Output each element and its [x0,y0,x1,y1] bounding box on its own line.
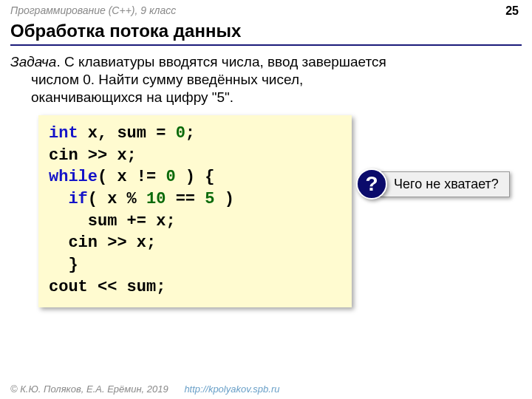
code-l4-five: 5 [205,190,214,208]
code-l1-kw: int [49,124,78,143]
code-l3-kw: while [49,168,98,186]
code-l6: cin >> x; [49,233,156,252]
task-line3: оканчивающихся на цифру "5". [10,89,522,106]
page-number: 25 [505,4,519,18]
question-mark-icon: ? [356,168,387,200]
code-l4-ten: 10 [146,190,166,208]
code-l4-kw: if [68,190,87,208]
code-l4-close: ) [214,190,233,208]
code-l5: sum += x; [49,212,176,231]
code-l1-rest: x, sum = [78,124,176,143]
code-l2: cin >> x; [49,146,137,165]
footer: © К.Ю. Поляков, Е.А. Ерёмин, 2019 http:/… [10,383,279,395]
code-l3-open: ( x != [98,168,166,186]
code-l7: } [49,256,78,274]
callout-text: Чего не хватает? [380,171,510,197]
code-l4-open: ( x % [88,190,146,208]
footer-url: http://kpolyakov.spb.ru [184,383,279,395]
task-label: Задача [10,54,56,69]
code-l1-semi: ; [185,124,195,143]
code-l3-zero: 0 [166,168,175,186]
slide-title: Обработка потока данных [10,21,522,41]
course-header: Программирование (C++), 9 класс [10,4,176,16]
code-l1-zero: 0 [176,124,185,143]
title-bar: Обработка потока данных [10,21,522,46]
code-l8: cout << sum; [49,278,166,296]
code-l4-indent [49,190,68,208]
callout: ? Чего не хватает? [356,168,510,200]
task-line1: . С клавиатуры вводятся числа, ввод заве… [56,54,386,69]
footer-copyright: © К.Ю. Поляков, Е.А. Ерёмин, 2019 [10,383,168,395]
code-l3-close: ) { [176,168,215,186]
task-text: Задача. С клавиатуры вводятся числа, вво… [10,53,522,106]
code-block: int x, sum = 0; cin >> x; while( x != 0 … [38,115,352,307]
task-line2: числом 0. Найти сумму введённых чисел, [10,71,522,89]
code-l4-eq: == [166,190,205,208]
